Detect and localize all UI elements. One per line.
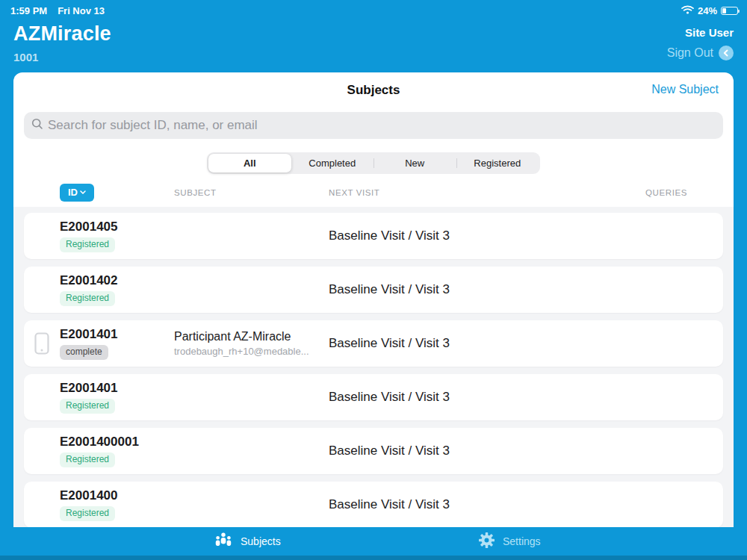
next-visit: Baseline Visit / Visit 3 bbox=[329, 444, 641, 458]
table-row[interactable]: E2001401 Registered Baseline Visit / Vis… bbox=[24, 374, 723, 420]
subject-id: E2001400001 bbox=[60, 435, 139, 449]
chevron-down-icon bbox=[80, 190, 86, 194]
clock: 1:59 PM bbox=[10, 5, 47, 16]
column-next-visit: NEXT VISIT bbox=[329, 188, 641, 197]
people-icon bbox=[214, 532, 232, 550]
subject-id: E2001400 bbox=[60, 488, 118, 503]
date: Fri Nov 13 bbox=[58, 5, 105, 16]
subject-name: Participant AZ-Miracle bbox=[174, 330, 329, 343]
filter-new[interactable]: New bbox=[374, 154, 456, 172]
sign-out-icon bbox=[719, 46, 734, 60]
page-title: Subjects bbox=[347, 83, 400, 98]
status-badge: Registered bbox=[60, 291, 115, 305]
wifi-icon bbox=[681, 5, 694, 16]
subject-email: trodebaugh_rh+10@medable... bbox=[174, 346, 329, 357]
column-queries: QUERIES bbox=[641, 188, 723, 197]
battery-icon bbox=[721, 7, 738, 15]
tab-settings[interactable]: Settings bbox=[479, 527, 541, 556]
subject-id: E2001402 bbox=[60, 273, 118, 288]
filter-completed[interactable]: Completed bbox=[291, 154, 374, 172]
tab-bar: Subjects Settings bbox=[0, 527, 747, 556]
status-badge: complete bbox=[60, 345, 108, 359]
status-bar: 1:59 PM Fri Nov 13 24% bbox=[0, 0, 747, 16]
column-subject: SUBJECT bbox=[174, 188, 329, 197]
table-row[interactable]: E2001402 Registered Baseline Visit / Vis… bbox=[24, 267, 723, 313]
table-row[interactable]: E2001400001 Registered Baseline Visit / … bbox=[24, 428, 723, 474]
subject-id: E2001401 bbox=[60, 381, 118, 396]
filter-registered[interactable]: Registered bbox=[456, 154, 539, 172]
next-visit: Baseline Visit / Visit 3 bbox=[329, 228, 641, 243]
sign-out-label: Sign Out bbox=[667, 46, 713, 60]
tab-subjects-label: Subjects bbox=[241, 535, 281, 547]
table-row[interactable]: E2001401 complete Participant AZ-Miracle… bbox=[24, 320, 723, 367]
site-id: 1001 bbox=[13, 51, 111, 63]
filter-segmented-control: All Completed New Registered bbox=[207, 152, 540, 174]
new-subject-button[interactable]: New Subject bbox=[651, 83, 719, 96]
subject-cell: Participant AZ-Miracle trodebaugh_rh+10@… bbox=[174, 330, 329, 357]
next-visit: Baseline Visit / Visit 3 bbox=[329, 497, 641, 512]
subject-id: E2001401 bbox=[60, 327, 118, 342]
search-icon bbox=[31, 118, 43, 133]
table-header: ID SUBJECT NEXT VISIT QUERIES bbox=[24, 173, 723, 207]
search-input[interactable] bbox=[48, 118, 716, 133]
subject-id: E2001405 bbox=[60, 220, 118, 234]
tab-settings-label: Settings bbox=[503, 535, 541, 547]
home-indicator-strip bbox=[0, 556, 747, 560]
tab-subjects[interactable]: Subjects bbox=[214, 527, 281, 556]
app-title: AZMiracle bbox=[13, 22, 111, 46]
status-badge: Registered bbox=[60, 506, 115, 520]
user-label: Site User bbox=[685, 26, 734, 39]
app-header: AZMiracle 1001 Site User Sign Out bbox=[0, 18, 747, 72]
sign-out-button[interactable]: Sign Out bbox=[667, 46, 734, 60]
status-badge: Registered bbox=[60, 399, 115, 413]
next-visit: Baseline Visit / Visit 3 bbox=[329, 336, 641, 351]
id-sort-button[interactable]: ID bbox=[60, 184, 94, 202]
filter-all[interactable]: All bbox=[208, 154, 291, 172]
status-badge: Registered bbox=[60, 452, 115, 467]
gear-icon bbox=[479, 532, 495, 550]
search-box[interactable] bbox=[24, 112, 723, 139]
next-visit: Baseline Visit / Visit 3 bbox=[329, 390, 641, 405]
device-icon bbox=[24, 332, 60, 355]
table-row[interactable]: E2001405 Registered Baseline Visit / Vis… bbox=[24, 213, 723, 259]
table-row[interactable]: E2001400 Registered Baseline Visit / Vis… bbox=[24, 482, 723, 528]
subject-list: E2001405 Registered Baseline Visit / Vis… bbox=[13, 207, 734, 560]
status-badge: Registered bbox=[60, 237, 115, 252]
subjects-panel: Subjects New Subject All Completed New R… bbox=[13, 72, 734, 560]
battery-percent: 24% bbox=[698, 5, 717, 16]
next-visit: Baseline Visit / Visit 3 bbox=[329, 282, 641, 297]
